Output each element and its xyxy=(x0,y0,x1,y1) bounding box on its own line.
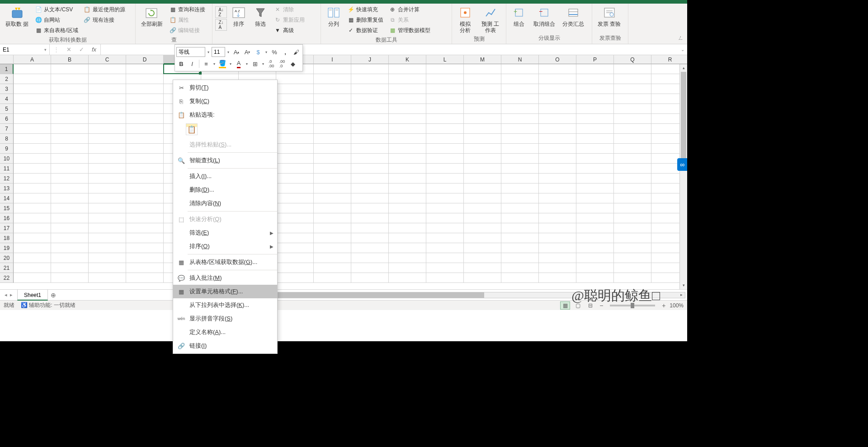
sheet-tab-sheet1[interactable]: Sheet1 xyxy=(17,290,48,301)
cell[interactable] xyxy=(89,184,126,193)
cell[interactable] xyxy=(89,154,126,164)
cell[interactable] xyxy=(464,164,501,174)
data-model-button[interactable]: ▦管理数据模型 xyxy=(387,25,432,35)
cell[interactable] xyxy=(126,164,164,174)
cell[interactable] xyxy=(314,74,351,84)
from-web-button[interactable]: 🌐自网站 xyxy=(33,15,80,25)
cell[interactable] xyxy=(126,64,164,74)
row-header[interactable]: 15 xyxy=(0,203,14,213)
cell[interactable] xyxy=(389,203,426,213)
cell[interactable] xyxy=(14,184,51,193)
queries-connections-button[interactable]: ▦查询和连接 xyxy=(167,5,207,14)
cell[interactable] xyxy=(501,193,539,203)
cell[interactable] xyxy=(464,144,501,154)
cancel-edit-button[interactable]: ✕ xyxy=(62,44,75,55)
cell[interactable] xyxy=(426,184,464,193)
context-menu-item[interactable]: 🔗链接(I) xyxy=(173,339,277,353)
cell[interactable] xyxy=(539,124,576,134)
row-header[interactable]: 13 xyxy=(0,184,14,193)
cell[interactable] xyxy=(426,253,464,263)
cell[interactable] xyxy=(89,124,126,134)
cell[interactable] xyxy=(389,94,426,104)
cell[interactable] xyxy=(276,154,314,164)
comma-button[interactable]: , xyxy=(280,47,290,57)
cell[interactable] xyxy=(501,164,539,174)
cell[interactable] xyxy=(389,64,426,74)
select-all-corner[interactable] xyxy=(0,55,14,64)
font-color-button[interactable]: A xyxy=(234,59,244,69)
cell[interactable] xyxy=(126,84,164,94)
cell[interactable] xyxy=(389,114,426,124)
cell[interactable] xyxy=(539,104,576,114)
context-menu-item[interactable]: 🔍智能查找(L) xyxy=(173,154,277,167)
cell[interactable] xyxy=(126,213,164,223)
cell[interactable] xyxy=(51,184,89,193)
cell[interactable] xyxy=(51,253,89,263)
cell[interactable] xyxy=(576,203,614,213)
cell[interactable] xyxy=(351,104,389,114)
cell[interactable] xyxy=(614,84,651,94)
cell[interactable] xyxy=(314,273,351,283)
cell[interactable] xyxy=(539,243,576,253)
cell[interactable] xyxy=(276,263,314,273)
hscroll-thumb[interactable] xyxy=(247,292,484,298)
cell[interactable] xyxy=(14,84,51,94)
cell[interactable] xyxy=(501,223,539,233)
cell[interactable] xyxy=(501,174,539,184)
row-header[interactable]: 7 xyxy=(0,124,14,134)
text-to-columns-button[interactable]: 分列 xyxy=(324,5,344,28)
cell[interactable] xyxy=(614,213,651,223)
scroll-up-button[interactable]: ▴ xyxy=(680,64,687,72)
column-header[interactable]: D xyxy=(126,55,164,64)
cell[interactable] xyxy=(464,193,501,203)
cell[interactable] xyxy=(351,114,389,124)
cell[interactable] xyxy=(51,154,89,164)
cell[interactable] xyxy=(539,144,576,154)
cell[interactable] xyxy=(126,154,164,164)
borders-button[interactable]: ⊞ xyxy=(250,59,260,69)
cell[interactable] xyxy=(51,124,89,134)
cell[interactable] xyxy=(576,164,614,174)
cell[interactable] xyxy=(351,124,389,134)
add-sheet-button[interactable]: ⊕ xyxy=(48,292,59,299)
cell[interactable] xyxy=(126,184,164,193)
subtotal-button[interactable]: 分类汇总 xyxy=(560,5,587,28)
cell[interactable] xyxy=(276,193,314,203)
format-painter-button[interactable]: 🖌 xyxy=(291,47,301,57)
cell[interactable] xyxy=(539,253,576,263)
ungroup-button[interactable]: − 取消组合 xyxy=(531,5,558,28)
cell[interactable] xyxy=(614,124,651,134)
cell[interactable] xyxy=(126,134,164,144)
cell[interactable] xyxy=(126,74,164,84)
cell[interactable] xyxy=(464,64,501,74)
cell[interactable] xyxy=(14,193,51,203)
cell[interactable] xyxy=(614,94,651,104)
cell[interactable] xyxy=(576,94,614,104)
cell[interactable] xyxy=(426,213,464,223)
cell[interactable] xyxy=(464,124,501,134)
cell[interactable] xyxy=(389,213,426,223)
cell[interactable] xyxy=(389,164,426,174)
vertical-scrollbar[interactable]: ▴ ▾ xyxy=(679,64,687,289)
context-menu-item[interactable]: 筛选(E)▶ xyxy=(173,226,277,240)
cell[interactable] xyxy=(126,104,164,114)
cell[interactable] xyxy=(276,213,314,223)
cell[interactable] xyxy=(126,273,164,283)
row-header[interactable]: 19 xyxy=(0,243,14,253)
cell[interactable] xyxy=(314,243,351,253)
cell[interactable] xyxy=(501,84,539,94)
cell[interactable] xyxy=(89,164,126,174)
cell[interactable] xyxy=(576,193,614,203)
cell[interactable] xyxy=(501,253,539,263)
cell[interactable] xyxy=(389,233,426,243)
cell[interactable] xyxy=(276,164,314,174)
cell[interactable] xyxy=(351,134,389,144)
cell[interactable] xyxy=(14,273,51,283)
cell[interactable] xyxy=(501,213,539,223)
cell[interactable] xyxy=(276,273,314,283)
cell[interactable] xyxy=(89,144,126,154)
cell[interactable] xyxy=(126,243,164,253)
cell[interactable] xyxy=(426,134,464,144)
cell[interactable] xyxy=(614,64,651,74)
cell[interactable] xyxy=(89,74,126,84)
